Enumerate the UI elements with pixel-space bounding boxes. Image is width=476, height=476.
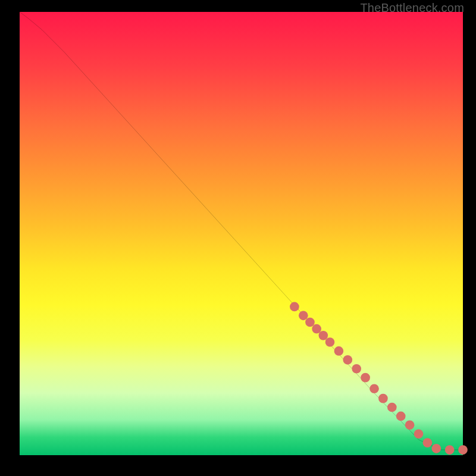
chart-overlay	[20, 12, 463, 455]
data-point	[387, 403, 397, 412]
data-point	[445, 445, 455, 455]
data-point	[319, 331, 328, 340]
data-point	[361, 373, 370, 383]
data-point	[290, 302, 299, 312]
data-point	[423, 438, 433, 447]
data-point	[458, 445, 468, 455]
data-point	[305, 318, 315, 327]
data-point	[431, 444, 441, 453]
bottleneck-curve	[20, 12, 463, 450]
data-point	[369, 384, 379, 393]
data-point	[312, 324, 321, 334]
data-point	[396, 412, 406, 421]
data-markers	[290, 302, 468, 455]
data-point	[299, 311, 308, 321]
data-point	[343, 355, 352, 365]
data-point	[414, 429, 424, 439]
data-point	[405, 421, 415, 430]
data-point	[352, 364, 361, 374]
data-point	[334, 346, 344, 356]
data-point	[325, 337, 335, 347]
data-point	[378, 394, 388, 403]
